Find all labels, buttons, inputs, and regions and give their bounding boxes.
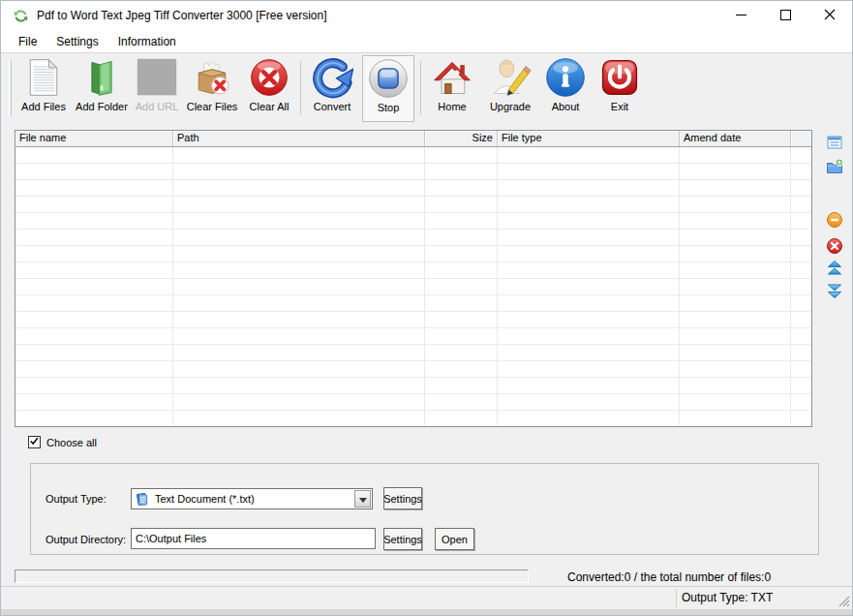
main-toolbar: Add Files Add Folder Add URL bbox=[1, 52, 852, 124]
add-url-button: Add URL bbox=[133, 55, 181, 122]
column-grid-line bbox=[424, 147, 425, 426]
file-list-header: File name Path Size File type Amend date bbox=[15, 131, 811, 147]
text-document-icon bbox=[135, 492, 149, 507]
toolbar-separator bbox=[300, 61, 301, 115]
checkbox-box[interactable] bbox=[28, 436, 41, 448]
column-header-amend-date[interactable]: Amend date bbox=[680, 131, 791, 146]
file-lines-icon bbox=[826, 134, 843, 153]
combo-dropdown-button[interactable] bbox=[354, 490, 371, 508]
exit-icon bbox=[597, 55, 642, 100]
upgrade-button[interactable]: Upgrade bbox=[481, 55, 539, 122]
minus-circle-icon bbox=[826, 211, 843, 231]
add-files-label: Add Files bbox=[21, 101, 66, 112]
column-grid-line bbox=[497, 147, 498, 426]
status-output-type: Output Type: TXT bbox=[682, 591, 773, 604]
window-title: Pdf to Word Text Jpeg Tiff Converter 300… bbox=[37, 9, 326, 22]
home-label: Home bbox=[438, 101, 466, 112]
add-files-button[interactable]: Add Files bbox=[16, 55, 71, 122]
about-label: About bbox=[552, 101, 580, 112]
column-header-filler bbox=[791, 131, 811, 146]
add-folder-icon bbox=[79, 55, 124, 100]
stop-button[interactable]: Stop bbox=[362, 55, 414, 122]
output-type-value: Text Document (*.txt) bbox=[155, 493, 354, 505]
convert-label: Convert bbox=[314, 101, 351, 112]
app-icon bbox=[13, 8, 29, 24]
folder-plus-icon bbox=[826, 158, 843, 177]
side-move-up-button[interactable] bbox=[825, 260, 844, 279]
exit-button[interactable]: Exit bbox=[594, 55, 646, 122]
column-grid-line bbox=[790, 147, 791, 426]
clear-files-button[interactable]: Clear Files bbox=[183, 55, 241, 122]
check-icon bbox=[29, 436, 40, 448]
output-type-label: Output Type: bbox=[46, 493, 107, 505]
column-header-file-name[interactable]: File name bbox=[15, 131, 173, 146]
side-add-folder-button[interactable] bbox=[825, 158, 844, 177]
stop-label: Stop bbox=[378, 102, 400, 113]
side-add-files-button[interactable] bbox=[825, 134, 844, 153]
choose-all-label: Choose all bbox=[46, 437, 97, 448]
close-icon bbox=[824, 9, 836, 22]
title-bar: Pdf to Word Text Jpeg Tiff Converter 300… bbox=[1, 1, 852, 30]
add-folder-button[interactable]: Add Folder bbox=[73, 55, 131, 122]
output-groupbox: Output Type: Text Document (*.txt) Setti… bbox=[30, 463, 819, 555]
toolbar-gripper[interactable] bbox=[9, 60, 12, 116]
output-type-combobox[interactable]: Text Document (*.txt) bbox=[131, 488, 373, 509]
about-button[interactable]: About bbox=[541, 55, 590, 122]
minimize-icon bbox=[736, 10, 746, 22]
double-chevron-down-icon bbox=[826, 282, 843, 301]
app-window: Pdf to Word Text Jpeg Tiff Converter 300… bbox=[0, 0, 853, 616]
convert-icon bbox=[310, 55, 354, 100]
upgrade-icon bbox=[488, 55, 533, 100]
column-grid-line bbox=[679, 147, 680, 426]
column-header-file-type[interactable]: File type bbox=[498, 131, 680, 146]
file-list[interactable]: File name Path Size File type Amend date bbox=[15, 130, 812, 427]
output-directory-input[interactable] bbox=[131, 528, 376, 549]
window-controls bbox=[718, 1, 852, 30]
resize-grip[interactable] bbox=[837, 594, 850, 607]
output-directory-settings-button[interactable]: Settings bbox=[383, 528, 422, 550]
clear-files-label: Clear Files bbox=[187, 101, 238, 112]
window-bottom-edge bbox=[1, 609, 852, 616]
column-grid-line bbox=[172, 147, 173, 426]
chevron-down-icon bbox=[359, 493, 367, 505]
add-url-icon bbox=[135, 55, 179, 100]
upgrade-label: Upgrade bbox=[490, 101, 531, 112]
menu-bar: File Settings Information bbox=[1, 30, 852, 52]
add-files-icon bbox=[21, 55, 66, 100]
converted-count-text: Converted:0 / the total number of files:… bbox=[567, 570, 771, 584]
home-button[interactable]: Home bbox=[425, 55, 479, 122]
x-circle-icon bbox=[826, 237, 843, 257]
stop-icon bbox=[366, 56, 411, 101]
open-output-button[interactable]: Open bbox=[435, 528, 474, 550]
maximize-icon bbox=[780, 10, 791, 22]
clear-all-button[interactable]: Clear All bbox=[243, 55, 295, 122]
convert-button[interactable]: Convert bbox=[305, 55, 359, 122]
side-remove-button[interactable] bbox=[825, 211, 844, 231]
exit-label: Exit bbox=[611, 101, 628, 112]
output-type-settings-button[interactable]: Settings bbox=[383, 487, 422, 509]
output-directory-label: Output Directory: bbox=[46, 534, 126, 545]
clear-files-icon bbox=[190, 55, 234, 100]
maximize-button[interactable] bbox=[763, 1, 807, 30]
status-bar: Output Type: TXT bbox=[1, 586, 852, 609]
double-chevron-up-icon bbox=[826, 260, 843, 279]
choose-all-checkbox[interactable]: Choose all bbox=[28, 436, 97, 448]
toolbar-separator bbox=[420, 61, 421, 115]
minimize-button[interactable] bbox=[718, 1, 763, 30]
menu-settings[interactable]: Settings bbox=[46, 32, 107, 51]
side-move-down-button[interactable] bbox=[825, 282, 844, 301]
add-folder-label: Add Folder bbox=[76, 101, 128, 112]
progress-bar bbox=[15, 570, 529, 583]
menu-file[interactable]: File bbox=[9, 32, 46, 51]
side-remove-all-button[interactable] bbox=[825, 237, 844, 257]
column-header-path[interactable]: Path bbox=[173, 131, 425, 146]
add-url-label: Add URL bbox=[136, 101, 179, 112]
status-bar-separator bbox=[676, 589, 677, 607]
close-button[interactable] bbox=[807, 1, 852, 30]
file-list-body[interactable] bbox=[15, 147, 811, 426]
clear-all-label: Clear All bbox=[250, 101, 289, 112]
menu-information[interactable]: Information bbox=[108, 32, 186, 51]
home-icon bbox=[430, 55, 474, 100]
clear-all-icon bbox=[247, 55, 291, 100]
column-header-size[interactable]: Size bbox=[425, 131, 498, 146]
